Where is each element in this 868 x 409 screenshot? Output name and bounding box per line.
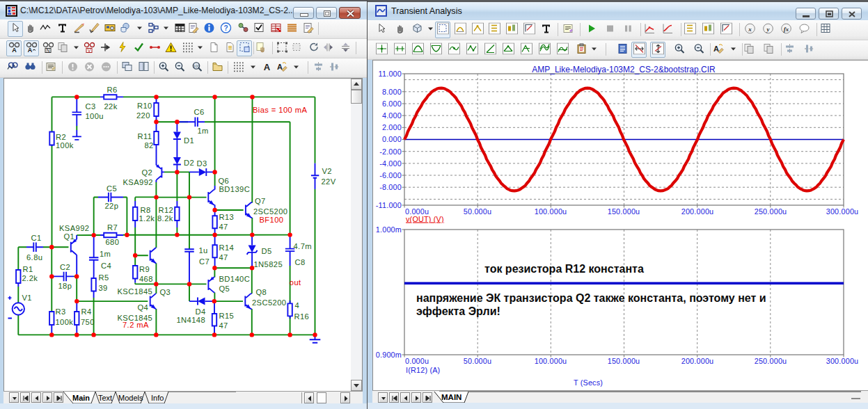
svg-text:D1: D1 <box>184 136 194 145</box>
svg-text:A: A <box>27 47 32 54</box>
svg-text:эффекта Эрли!: эффекта Эрли! <box>416 305 500 317</box>
svg-text:Q3: Q3 <box>160 288 171 296</box>
svg-text:22V: 22V <box>322 177 336 186</box>
svg-text:1u: 1u <box>199 246 208 255</box>
svg-text:R13: R13 <box>219 213 235 221</box>
svg-text:220: 220 <box>136 111 150 120</box>
svg-text:C5: C5 <box>106 184 117 193</box>
svg-text:Bias = 100 mA: Bias = 100 mA <box>253 106 307 114</box>
svg-text:18p: 18p <box>58 282 72 290</box>
svg-text:4.000: 4.000 <box>382 111 402 120</box>
svg-text:MAIN: MAIN <box>441 393 461 401</box>
svg-text:R2: R2 <box>56 133 66 141</box>
svg-text:R3: R3 <box>56 307 66 316</box>
svg-text:250.000u: 250.000u <box>755 357 787 365</box>
svg-text:V: V <box>87 48 90 53</box>
svg-text:Models: Models <box>118 394 143 402</box>
svg-text:100: 100 <box>193 64 199 68</box>
svg-text:1.2k: 1.2k <box>139 214 155 223</box>
svg-text:47: 47 <box>219 253 228 262</box>
svg-text:C1: C1 <box>31 234 42 242</box>
svg-text:R1: R1 <box>23 265 33 273</box>
svg-text:22p: 22p <box>105 202 119 210</box>
svg-text:-4.000: -4.000 <box>379 159 402 168</box>
svg-text:A: A <box>263 62 270 72</box>
svg-text:200.000u: 200.000u <box>681 207 714 216</box>
svg-text:1m: 1m <box>198 127 209 135</box>
svg-text:22k: 22k <box>104 102 118 111</box>
svg-text:-11.000: -11.000 <box>376 201 402 209</box>
svg-text:Info: Info <box>151 394 164 402</box>
svg-text:200.000u: 200.000u <box>681 357 714 365</box>
svg-text:6.000: 6.000 <box>382 99 402 108</box>
svg-text:A: A <box>277 62 283 70</box>
svg-text:Q2: Q2 <box>142 168 153 177</box>
svg-text:47: 47 <box>219 321 228 330</box>
svg-text:C3: C3 <box>86 102 96 111</box>
svg-text:D2: D2 <box>184 159 194 167</box>
svg-text:-2.000: -2.000 <box>379 147 402 156</box>
svg-text:4.7m: 4.7m <box>294 242 312 250</box>
svg-text:fx: fx <box>783 26 789 33</box>
svg-text:R4: R4 <box>81 307 92 316</box>
svg-text:напряжение ЭК транзистора Q2 т: напряжение ЭК транзистора Q2 также конст… <box>416 292 766 304</box>
svg-text:x: x <box>748 26 752 33</box>
svg-text:R16: R16 <box>294 312 310 321</box>
svg-text:C2: C2 <box>60 263 70 271</box>
svg-text:v(OUT) (V): v(OUT) (V) <box>406 215 444 223</box>
svg-text:8.000: 8.000 <box>382 88 402 96</box>
svg-text:0.000u: 0.000u <box>405 357 429 365</box>
svg-text:1N4148: 1N4148 <box>177 316 206 324</box>
svg-text:AMP_Like-Melodiya-103M2_CS-2&b: AMP_Like-Melodiya-103M2_CS-2&bootstrap.C… <box>532 65 716 74</box>
svg-text:50.000u: 50.000u <box>464 207 491 216</box>
svg-text:100u: 100u <box>86 112 104 120</box>
svg-text:BF100: BF100 <box>260 216 284 224</box>
svg-text:4: 4 <box>295 301 300 310</box>
svg-text:R5: R5 <box>99 273 109 282</box>
svg-text:V1: V1 <box>22 294 32 302</box>
svg-text:0.000: 0.000 <box>382 135 402 143</box>
svg-text:R14: R14 <box>219 243 235 252</box>
svg-text:R9: R9 <box>139 265 150 273</box>
svg-text:2SC5200: 2SC5200 <box>253 207 287 216</box>
svg-text:-6.000: -6.000 <box>379 171 402 179</box>
svg-text:D3: D3 <box>197 159 207 168</box>
svg-text:1N5825: 1N5825 <box>254 260 283 268</box>
svg-text:D4: D4 <box>196 307 206 316</box>
svg-text:C6: C6 <box>194 108 205 116</box>
svg-text:8.2k: 8.2k <box>157 214 173 223</box>
svg-text:680: 680 <box>106 238 120 246</box>
svg-text:100.000u: 100.000u <box>535 207 567 216</box>
svg-text:C7: C7 <box>199 257 210 266</box>
svg-text:1.000m: 1.000m <box>376 225 402 234</box>
svg-text:out: out <box>290 278 301 287</box>
svg-text:47: 47 <box>219 223 228 231</box>
svg-text:468: 468 <box>139 275 153 283</box>
svg-text:R15: R15 <box>219 312 235 320</box>
svg-text:Text: Text <box>98 394 112 402</box>
svg-text:7.2 mA: 7.2 mA <box>123 321 149 329</box>
svg-text:D5: D5 <box>262 247 272 255</box>
svg-text:750: 750 <box>81 318 95 326</box>
svg-text:R6: R6 <box>107 86 118 94</box>
svg-text:BD139C: BD139C <box>219 185 251 193</box>
svg-text:C4: C4 <box>101 262 111 270</box>
svg-text:2.2k: 2.2k <box>22 274 38 282</box>
svg-text:R12: R12 <box>159 206 174 214</box>
svg-text:150.000u: 150.000u <box>608 207 640 216</box>
svg-text:150.000u: 150.000u <box>608 357 640 365</box>
svg-text:R11: R11 <box>138 132 152 141</box>
svg-text:Q1: Q1 <box>64 232 75 241</box>
svg-text:250.000u: 250.000u <box>755 207 787 216</box>
svg-text:KSA992: KSA992 <box>123 178 153 186</box>
svg-text:ток резистора R12 константа: ток резистора R12 константа <box>484 263 644 275</box>
svg-text:6.8u: 6.8u <box>26 253 42 262</box>
svg-text:1m: 1m <box>100 250 111 258</box>
svg-text:BD140C: BD140C <box>219 275 251 283</box>
svg-text:T (Secs): T (Secs) <box>574 378 603 387</box>
svg-text:300.000u: 300.000u <box>826 207 859 216</box>
svg-text:N: N <box>46 48 49 53</box>
svg-text:R10: R10 <box>137 102 152 110</box>
svg-text:300.000u: 300.000u <box>826 357 859 365</box>
svg-text:V2: V2 <box>322 167 332 175</box>
